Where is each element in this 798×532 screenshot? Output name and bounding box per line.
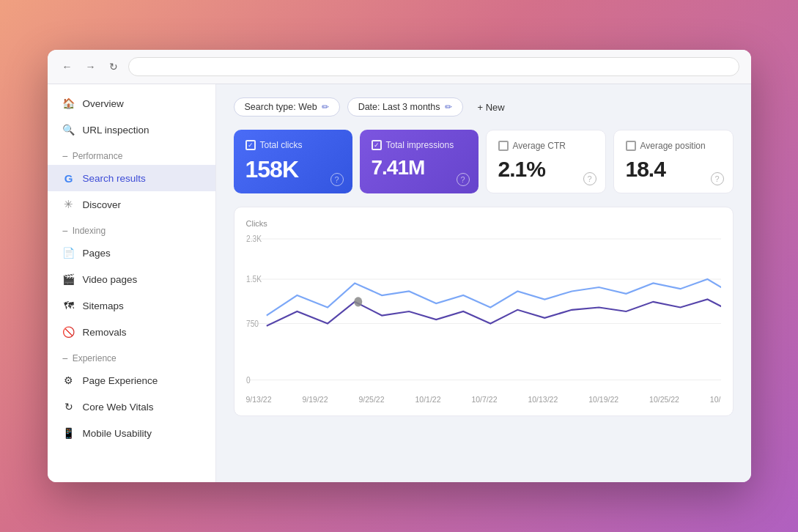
total-clicks-help-icon[interactable]: ? — [330, 173, 344, 186]
browser-bar: ← → ↻ — [48, 50, 751, 84]
reload-button[interactable]: ↻ — [106, 59, 121, 74]
url-inspection-label: URL inspection — [83, 125, 149, 136]
pages-icon: 📄 — [62, 246, 75, 259]
url-bar[interactable] — [128, 57, 739, 76]
svg-point-8 — [354, 297, 362, 306]
average-position-value: 18.4 — [626, 157, 721, 182]
sidebar-item-mobile-usability[interactable]: 📱 Mobile Usability — [48, 420, 215, 446]
page-experience-icon: ⚙ — [62, 374, 75, 387]
total-impressions-label: Total impressions — [386, 140, 454, 150]
date-edit-icon: ✏ — [445, 102, 452, 112]
search-results-label: Search results — [83, 173, 146, 184]
svg-text:1.5K: 1.5K — [246, 275, 262, 284]
search-type-chip[interactable]: Search type: Web ✏ — [234, 97, 340, 117]
metrics-row: Total clicks 158K ? Total impressions 7.… — [234, 130, 734, 193]
new-button[interactable]: + New — [470, 98, 512, 117]
svg-text:750: 750 — [246, 319, 259, 328]
chart-y-label: Clicks — [246, 219, 721, 228]
sidebar-item-core-web-vitals[interactable]: ↻ Core Web Vitals — [48, 394, 215, 420]
sidebar-item-page-experience[interactable]: ⚙ Page Experience — [48, 367, 215, 394]
back-button[interactable]: ← — [59, 59, 75, 74]
average-ctr-label-row: Average CTR — [498, 141, 594, 151]
chart-container: Clicks 2.3K 1.5K 750 0 — [234, 207, 734, 416]
sitemaps-icon: 🗺 — [62, 299, 75, 312]
x-label-4: 10/7/22 — [471, 395, 497, 404]
search-icon: 🔍 — [62, 123, 75, 136]
average-ctr-card[interactable]: Average CTR 2.1% ? — [486, 130, 606, 193]
total-impressions-label-row: Total impressions — [372, 140, 467, 150]
search-type-label: Search type: Web — [245, 102, 317, 112]
browser-window: ← → ↻ 🏠 Overview 🔍 URL inspection Perfor… — [48, 50, 751, 482]
svg-text:2.3K: 2.3K — [246, 234, 262, 244]
average-ctr-value: 2.1% — [498, 157, 594, 182]
toolbar: Search type: Web ✏ Date: Last 3 months ✏… — [234, 97, 734, 117]
indexing-section-label: Indexing — [48, 218, 215, 240]
x-label-6: 10/19/22 — [588, 395, 618, 404]
overview-label: Overview — [83, 98, 124, 109]
chart-svg: 2.3K 1.5K 750 0 — [246, 231, 721, 392]
total-clicks-label-row: Total clicks — [245, 140, 341, 150]
sidebar-item-removals[interactable]: 🚫 Removals — [48, 319, 215, 345]
x-label-3: 10/1/22 — [415, 395, 440, 404]
total-clicks-label: Total clicks — [260, 140, 303, 150]
average-ctr-label: Average CTR — [513, 141, 566, 151]
core-web-vitals-label: Core Web Vitals — [83, 402, 154, 413]
sitemaps-label: Sitemaps — [83, 300, 124, 311]
sidebar: 🏠 Overview 🔍 URL inspection Performance … — [48, 84, 216, 482]
sidebar-item-pages[interactable]: 📄 Pages — [48, 240, 215, 266]
total-clicks-checkbox — [245, 140, 256, 150]
forward-button[interactable]: → — [83, 59, 99, 74]
video-pages-icon: 🎬 — [62, 273, 75, 286]
total-impressions-checkbox — [372, 140, 382, 150]
average-position-label-row: Average position — [626, 141, 721, 151]
performance-section-label: Performance — [48, 143, 215, 165]
pages-label: Pages — [83, 248, 111, 259]
average-position-label: Average position — [640, 141, 706, 151]
x-label-5: 10/13/22 — [528, 395, 558, 404]
sidebar-item-sitemaps[interactable]: 🗺 Sitemaps — [48, 292, 215, 319]
x-label-7: 10/25/22 — [649, 395, 679, 404]
main-content: Search type: Web ✏ Date: Last 3 months ✏… — [216, 84, 751, 482]
total-clicks-value: 158K — [245, 156, 341, 183]
browser-content: 🏠 Overview 🔍 URL inspection Performance … — [48, 84, 751, 482]
average-position-help-icon[interactable]: ? — [711, 172, 724, 185]
removals-icon: 🚫 — [62, 325, 75, 339]
sidebar-item-url-inspection[interactable]: 🔍 URL inspection — [48, 117, 215, 143]
average-position-checkbox — [626, 141, 636, 151]
chart-x-labels: 9/13/22 9/19/22 9/25/22 10/1/22 10/7/22 … — [246, 392, 721, 404]
date-chip[interactable]: Date: Last 3 months ✏ — [347, 97, 463, 117]
svg-text:0: 0 — [246, 375, 251, 385]
sidebar-item-search-results[interactable]: G Search results — [48, 165, 215, 191]
average-position-card[interactable]: Average position 18.4 ? — [613, 130, 734, 193]
x-label-1: 9/19/22 — [302, 395, 328, 404]
experience-section-label: Experience — [48, 345, 215, 367]
sidebar-item-overview[interactable]: 🏠 Overview — [48, 90, 215, 117]
google-g-icon: G — [62, 171, 75, 185]
removals-label: Removals — [83, 327, 127, 338]
chart-svg-wrap: 2.3K 1.5K 750 0 — [246, 231, 721, 392]
total-impressions-help-icon[interactable]: ? — [457, 173, 470, 186]
average-ctr-checkbox — [498, 141, 509, 151]
new-button-label: + New — [478, 102, 505, 113]
date-label: Date: Last 3 months — [358, 102, 440, 112]
discover-label: Discover — [83, 199, 122, 210]
sidebar-item-video-pages[interactable]: 🎬 Video pages — [48, 266, 215, 292]
x-label-0: 9/13/22 — [246, 395, 272, 404]
sidebar-item-discover[interactable]: ✳ Discover — [48, 191, 215, 218]
discover-icon: ✳ — [62, 198, 75, 211]
home-icon: 🏠 — [62, 97, 75, 110]
page-experience-label: Page Experience — [83, 375, 158, 386]
total-clicks-card[interactable]: Total clicks 158K ? — [234, 130, 352, 193]
x-label-2: 9/25/22 — [358, 395, 384, 404]
total-impressions-card[interactable]: Total impressions 7.41M ? — [360, 130, 479, 193]
search-type-edit-icon: ✏ — [322, 102, 329, 112]
mobile-usability-label: Mobile Usability — [83, 428, 152, 439]
x-label-8: 10/ — [710, 395, 721, 404]
video-pages-label: Video pages — [83, 274, 138, 285]
average-ctr-help-icon[interactable]: ? — [583, 172, 596, 185]
total-impressions-value: 7.41M — [372, 156, 467, 180]
core-web-vitals-icon: ↻ — [62, 400, 75, 413]
mobile-usability-icon: 📱 — [62, 426, 75, 440]
